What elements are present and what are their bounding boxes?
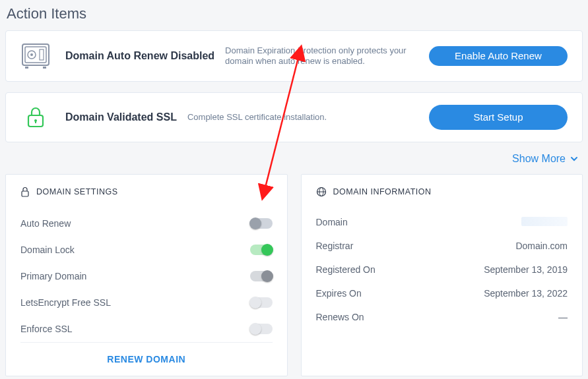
- info-label: Renews On: [316, 312, 364, 322]
- toggle-auto-renew[interactable]: [250, 218, 273, 229]
- show-more-link[interactable]: Show More: [5, 153, 579, 165]
- info-label: Registered On: [316, 264, 376, 275]
- info-value-redacted: [521, 217, 568, 226]
- setting-row: Primary Domain: [20, 263, 273, 289]
- chevron-down-icon: [570, 154, 579, 163]
- setting-label: Enforce SSL: [20, 324, 73, 334]
- info-row: Expires On September 13, 2022: [316, 281, 568, 305]
- setting-label: Primary Domain: [20, 271, 86, 281]
- action-card-ssl: Domain Validated SSL Complete SSL certif…: [5, 92, 583, 142]
- lock-icon: [20, 106, 51, 129]
- toggle-domain-lock[interactable]: [250, 245, 273, 255]
- info-value: September 13, 2022: [484, 288, 568, 299]
- domain-information-panel: DOMAIN INFORMATION Domain Registrar Doma…: [301, 174, 583, 376]
- show-more-label: Show More: [512, 153, 566, 165]
- domain-settings-panel: DOMAIN SETTINGS Auto Renew Domain Lock P…: [5, 174, 288, 376]
- start-setup-button[interactable]: Start Setup: [429, 105, 568, 130]
- setting-row: Domain Lock: [20, 237, 273, 263]
- lock-small-icon: [20, 187, 30, 197]
- setting-label: Domain Lock: [20, 245, 75, 255]
- renew-domain-link[interactable]: RENEW DOMAIN: [107, 354, 185, 364]
- info-value: —: [558, 312, 568, 322]
- svg-rect-4: [40, 49, 44, 60]
- info-label: Domain: [316, 217, 348, 227]
- svg-rect-9: [35, 121, 36, 123]
- info-label: Registrar: [316, 241, 354, 251]
- setting-label: LetsEncrypt Free SSL: [20, 297, 111, 308]
- setting-row: Auto Renew: [20, 210, 273, 237]
- toggle-enforce-ssl[interactable]: [250, 324, 273, 334]
- info-row: Renews On —: [316, 305, 568, 329]
- info-row: Registrar Domain.com: [316, 234, 568, 258]
- info-row: Registered On September 13, 2019: [316, 258, 568, 281]
- setting-row: LetsEncrypt Free SSL: [20, 289, 273, 316]
- action-card-auto-renew: Domain Auto Renew Disabled Domain Expira…: [5, 30, 583, 82]
- action-card-subtitle: Complete SSL certificate installation.: [187, 112, 327, 123]
- action-card-subtitle: Domain Expiration Protection only protec…: [225, 45, 410, 67]
- svg-rect-6: [43, 67, 46, 69]
- info-row: Domain: [316, 210, 568, 234]
- toggle-primary-domain[interactable]: [250, 271, 273, 281]
- panel-header-label: DOMAIN SETTINGS: [36, 187, 117, 196]
- action-card-title: Domain Validated SSL: [65, 111, 177, 123]
- setting-row: Enforce SSL: [20, 316, 273, 342]
- svg-rect-5: [25, 67, 28, 69]
- setting-label: Auto Renew: [20, 218, 71, 229]
- svg-rect-10: [22, 191, 28, 196]
- page-title: Action Items: [7, 5, 583, 22]
- info-value: September 13, 2019: [484, 264, 568, 275]
- globe-icon: [316, 187, 327, 197]
- panel-header-label: DOMAIN INFORMATION: [333, 187, 432, 196]
- action-card-title: Domain Auto Renew Disabled: [65, 50, 214, 62]
- svg-point-3: [30, 53, 33, 56]
- enable-auto-renew-button[interactable]: Enable Auto Renew: [429, 46, 568, 66]
- safe-icon: [20, 43, 51, 69]
- info-label: Expires On: [316, 288, 362, 299]
- info-value: Domain.com: [515, 241, 568, 251]
- toggle-letsencrypt-free-ssl[interactable]: [250, 297, 273, 308]
